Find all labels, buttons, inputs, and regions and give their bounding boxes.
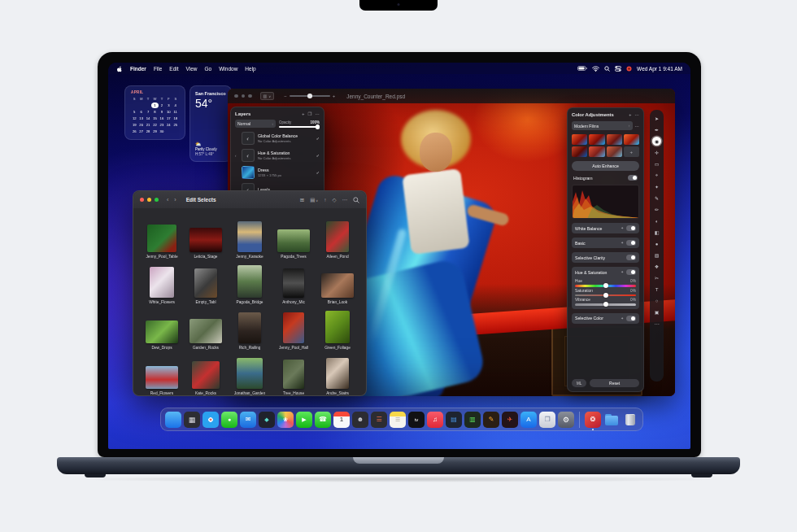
adjustment-section-header[interactable]: Hue & Saturation✦ — [575, 267, 636, 277]
adjustment-toggle[interactable] — [626, 255, 636, 260]
mail-icon[interactable]: ✉ — [240, 412, 256, 428]
menu-item-help[interactable]: Help — [245, 66, 255, 72]
file-item[interactable]: Jonathan_Garden — [228, 350, 272, 395]
zoom-out-icon[interactable]: − — [284, 94, 287, 98]
add-preset-button[interactable]: + — [629, 112, 631, 117]
back-button[interactable]: ‹ — [167, 197, 168, 203]
duplicate-layer-button[interactable]: ❐ — [308, 111, 312, 116]
blend-mode-select[interactable]: Normal↕ — [235, 120, 276, 128]
add-layer-button[interactable]: + — [302, 111, 304, 116]
adjustment-toggle[interactable] — [626, 225, 636, 231]
heal-tool[interactable]: ● — [651, 238, 662, 249]
auto-enhance-button[interactable]: Auto Enhance — [572, 161, 639, 171]
file-thumbnail[interactable] — [146, 321, 178, 343]
pen-tool[interactable]: ✒ — [651, 124, 662, 135]
contacts-icon[interactable]: ☻ — [352, 412, 368, 428]
control-center-icon[interactable] — [615, 66, 621, 72]
minimize-button[interactable] — [147, 198, 151, 202]
adjustment-toggle[interactable] — [626, 269, 636, 275]
files-icon[interactable]: ❐ — [539, 412, 555, 428]
file-item[interactable]: Pagoda_Bridge — [228, 259, 272, 304]
slider-track[interactable] — [575, 294, 636, 297]
preset-group-more-button[interactable]: ⋯ — [635, 124, 640, 129]
color-adjustments-tool[interactable]: ◉ — [652, 137, 661, 146]
sidebar-toggle-button[interactable]: ▥∨ — [260, 92, 275, 100]
file-item[interactable]: Brian_Look — [316, 259, 359, 304]
lasso-tool[interactable]: ⌖ — [651, 170, 662, 181]
keynote-icon[interactable]: ▤ — [446, 412, 462, 428]
close-button[interactable] — [140, 198, 144, 202]
apple-logo-icon[interactable] — [116, 65, 123, 72]
file-thumbnail[interactable] — [192, 361, 220, 389]
gradient-tool[interactable]: ▨ — [651, 250, 662, 260]
calendar-day[interactable]: 26 — [131, 129, 137, 134]
slider-track[interactable] — [575, 303, 636, 306]
adjustment-section-basic[interactable]: Basic✦ — [572, 238, 639, 248]
finder-icon[interactable] — [165, 412, 181, 428]
safari-icon[interactable]: ✦ — [203, 412, 219, 428]
notes-icon[interactable]: ☰ — [390, 412, 406, 428]
magic-wand-tool[interactable]: ✦ — [651, 181, 662, 192]
calendar-day[interactable]: 9 — [159, 109, 165, 115]
file-item[interactable]: Aileen_Pond — [316, 213, 359, 259]
calendar-day[interactable]: 28 — [145, 129, 151, 134]
file-item[interactable]: Jenny_Karaoke — [228, 213, 272, 259]
preset-thumbnail[interactable] — [572, 134, 587, 145]
layer-visibility-checkbox[interactable]: ✓ — [316, 136, 320, 141]
find-my-icon[interactable]: ◆ — [259, 412, 275, 428]
calendar-day[interactable]: 27 — [137, 129, 144, 134]
zoom-in-icon[interactable]: + — [333, 94, 336, 98]
slider-track[interactable] — [575, 285, 636, 287]
file-item[interactable]: Rich_Railing — [228, 304, 272, 350]
view-grid-button[interactable]: ⊞ — [300, 197, 304, 203]
menu-item-view[interactable]: View — [186, 66, 198, 72]
preset-thumbnail[interactable] — [589, 146, 604, 157]
layer-disclosure-icon[interactable]: ‹ — [235, 154, 238, 158]
adjustment-toggle[interactable] — [626, 240, 636, 246]
trash-icon[interactable] — [622, 412, 638, 428]
calendar-day[interactable]: 23 — [159, 122, 165, 128]
menu-item-edit[interactable]: Edit — [169, 66, 178, 72]
file-thumbnail[interactable] — [237, 221, 262, 252]
weather-widget[interactable]: San Francisco 54° ⛅ Partly Cloudy H:57° … — [189, 85, 232, 162]
layers-more-button[interactable]: ⋯ — [316, 111, 320, 116]
calendar-day[interactable]: 14 — [145, 116, 151, 121]
calendar-day[interactable]: 10 — [165, 109, 172, 115]
calendar-day[interactable]: 24 — [165, 122, 172, 128]
file-item[interactable]: Jenny_Pool_Hall — [272, 304, 316, 350]
calendar-day[interactable]: 3 — [165, 102, 172, 108]
preset-thumbnail[interactable] — [607, 134, 622, 145]
file-item[interactable]: Andre_Stairs — [316, 350, 359, 395]
file-thumbnail[interactable] — [189, 319, 222, 343]
text-tool[interactable]: T — [651, 284, 662, 294]
file-thumbnail[interactable] — [238, 312, 261, 343]
preset-thumbnail[interactable] — [589, 134, 604, 145]
file-thumbnail[interactable] — [283, 268, 304, 298]
layer-visibility-checkbox[interactable]: ✓ — [316, 153, 320, 158]
phone-icon[interactable]: ☎ — [315, 412, 331, 428]
calendar-day[interactable]: 4 — [172, 102, 179, 108]
reminders-icon[interactable]: ☰ — [371, 412, 387, 428]
clone-tool[interactable]: ◧ — [651, 227, 662, 238]
file-thumbnail[interactable] — [146, 366, 178, 389]
music-icon[interactable]: ♫ — [427, 412, 443, 428]
slider-hue[interactable]: Hue0% — [575, 279, 636, 287]
rocket-app-icon[interactable]: ✈ — [502, 412, 518, 428]
opacity-slider[interactable]: Opacity100% — [279, 120, 320, 128]
layer-visibility-checkbox[interactable]: ✓ — [316, 170, 320, 175]
preset-thumbnail[interactable] — [607, 146, 622, 157]
file-thumbnail[interactable] — [325, 311, 350, 343]
crop-tool[interactable]: ▣ — [651, 307, 662, 317]
calendar-widget[interactable]: APRIL SMTWTFS123456789101112131415161718… — [124, 85, 185, 140]
calendar-day[interactable]: 2 — [159, 102, 165, 108]
layer-row[interactable]: Dress1233 × 1755 px✓ — [235, 166, 320, 179]
pencil-tool[interactable]: ✏ — [651, 204, 662, 215]
calendar-day[interactable]: 8 — [151, 109, 158, 115]
adjustments-more-button[interactable]: ⋯ — [635, 112, 640, 117]
add-preset-cell[interactable]: + — [624, 146, 639, 157]
launchpad-icon[interactable]: ▦ — [184, 412, 200, 428]
layer-row[interactable]: ◐Global Color BalanceNo Color Adjustment… — [235, 132, 320, 145]
slider-knob[interactable] — [603, 283, 608, 288]
rect-select-tool[interactable]: ▭ — [651, 159, 662, 169]
preset-thumbnail[interactable] — [624, 134, 639, 145]
